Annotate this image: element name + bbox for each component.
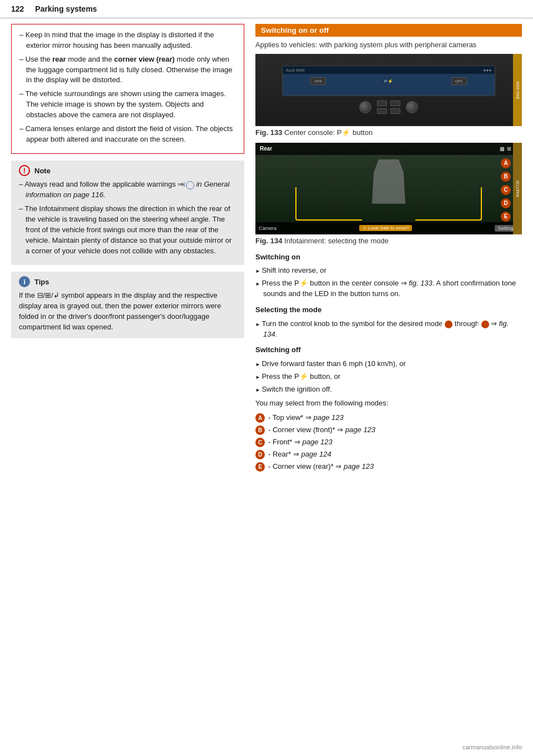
mode-ref-a: A - Top view* ⇒ page 123 bbox=[255, 413, 522, 423]
switching-on-item-2: Press the P⚡ button in the center consol… bbox=[255, 278, 522, 299]
top-buttons-row bbox=[377, 101, 400, 106]
fig133-caption: Fig. 133 Center console: P⚡ button bbox=[255, 128, 522, 138]
mode-label-a: A bbox=[501, 158, 511, 168]
fig133-container: Audi MMI ●●● OFF P⚡ OFF bbox=[255, 54, 522, 138]
mode-ref-text-e: - Corner view (rear)* ⇒ page 123 bbox=[268, 462, 374, 470]
warning-list: Keep in mind that the image in the displ… bbox=[19, 30, 236, 144]
modes-intro: You may select from the following modes: bbox=[255, 398, 522, 409]
mode-circle-c: C bbox=[255, 438, 265, 447]
rear-view-image: Rear ▦ ⊞ ▷ A B C bbox=[255, 143, 522, 234]
switching-off-heading: Switching off bbox=[255, 345, 522, 356]
mode-ref-text-c: - Front* ⇒ page 123 bbox=[268, 438, 333, 446]
mode-ref-d: D - Rear* ⇒ page 124 bbox=[255, 450, 522, 459]
selecting-mode-heading: Selecting the mode bbox=[255, 305, 522, 316]
tips-label: Tips bbox=[34, 278, 49, 286]
tips-text: If the ⊟/⊞/↲ symbol appears in the displ… bbox=[19, 291, 237, 332]
mode-label-b: B bbox=[501, 172, 511, 182]
note-box-header: ! Note bbox=[19, 165, 237, 176]
warning-icon: ⚠ bbox=[363, 226, 366, 231]
mode-circle-a: A bbox=[255, 413, 265, 423]
console-controls bbox=[359, 101, 418, 114]
switching-on-item-1: Shift into reverse, or bbox=[255, 266, 522, 276]
icon-split: ⊞ bbox=[507, 146, 511, 152]
mode-label-e: E bbox=[501, 212, 511, 222]
camera-label: Camera bbox=[259, 226, 276, 231]
switching-off-item-3: Switch the ignition off. bbox=[255, 384, 522, 395]
note-label: Note bbox=[34, 167, 51, 175]
warning-item-1: Keep in mind that the image in the displ… bbox=[19, 30, 236, 51]
func-button-3 bbox=[377, 108, 387, 114]
mode-label-d: D bbox=[501, 198, 511, 208]
guide-line-right bbox=[415, 187, 482, 221]
chapter-title: Parking systems bbox=[35, 4, 97, 13]
mode-circle-b: B bbox=[255, 425, 265, 435]
mode-label-c: C bbox=[501, 185, 511, 195]
console-image: Audi MMI ●●● OFF P⚡ OFF bbox=[255, 54, 522, 126]
note-item-1: Always read and follow the applicable wa… bbox=[19, 179, 237, 201]
switching-off-list: Drive forward faster than 6 mph (10 km/h… bbox=[255, 359, 522, 395]
right-knob bbox=[406, 101, 418, 113]
selecting-mode-item-1: Turn the control knob to the symbol for … bbox=[255, 319, 522, 340]
tips-box-header: i Tips bbox=[19, 276, 237, 287]
func-button-2 bbox=[390, 101, 400, 106]
guide-line-left bbox=[295, 187, 362, 221]
mode-ref-e: E - Corner view (rear)* ⇒ page 123 bbox=[255, 462, 522, 472]
note-list: Always read and follow the applicable wa… bbox=[19, 179, 237, 256]
fig133-caption-text: Center console: P⚡ button bbox=[284, 128, 373, 137]
section-heading: Switching on or off bbox=[255, 24, 522, 37]
left-column: Keep in mind that the image in the displ… bbox=[11, 24, 244, 474]
mode-ref-b: B - Corner view (front)* ⇒ page 123 bbox=[255, 425, 522, 435]
fig134-caption-text: Infotainment: selecting the mode bbox=[284, 237, 389, 245]
tips-box: i Tips If the ⊟/⊞/↲ symbol appears in th… bbox=[11, 272, 244, 338]
rear-view-bottom-bar: Camera ⚠ Look! Safe to move? Settings bbox=[255, 222, 522, 234]
switching-off-item-2: Press the P⚡ button, or bbox=[255, 372, 522, 382]
switching-off-item-1: Drive forward faster than 6 mph (10 km/h… bbox=[255, 359, 522, 369]
warning-item-3: The vehicle surroundings are shown using… bbox=[19, 89, 236, 121]
note-icon: ! bbox=[19, 165, 30, 176]
switching-on-list: Shift into reverse, or Press the P⚡ butt… bbox=[255, 266, 522, 299]
page-number: 122 bbox=[11, 4, 24, 13]
content-wrapper: Keep in mind that the image in the displ… bbox=[0, 24, 533, 474]
mode-circle-e: E bbox=[255, 462, 265, 472]
warning-text: Look! Safe to move? bbox=[368, 226, 409, 231]
rear-label: Rear bbox=[260, 146, 272, 152]
footer-watermark: carmanualsonline.info bbox=[462, 744, 522, 750]
right-column: Switching on or off Applies to vehicles:… bbox=[255, 24, 522, 474]
selecting-mode-list: Turn the control knob to the symbol for … bbox=[255, 319, 522, 340]
note-item-2: The Infotainment display shows the direc… bbox=[19, 204, 237, 256]
fig134-container: Rear ▦ ⊞ ▷ A B C bbox=[255, 143, 522, 247]
console-screen: Audi MMI ●●● OFF P⚡ OFF bbox=[282, 66, 495, 96]
fig134-caption: Fig. 134 Infotainment: selecting the mod… bbox=[255, 236, 522, 247]
switching-on-heading: Switching on bbox=[255, 252, 522, 263]
func-button-4 bbox=[390, 108, 400, 114]
icon-grid: ▦ bbox=[500, 146, 505, 152]
mode-circle-d: D bbox=[255, 450, 265, 459]
mode-ref-text-a: - Top view* ⇒ page 123 bbox=[268, 413, 344, 422]
left-knob bbox=[359, 101, 371, 113]
fig134-img: Rear ▦ ⊞ ▷ A B C bbox=[255, 143, 522, 234]
pdc-button-display: P⚡ bbox=[378, 76, 400, 86]
mode-ref-text-d: - Rear* ⇒ page 124 bbox=[268, 450, 331, 458]
rear-view-top-bar: Rear ▦ ⊞ ▷ bbox=[255, 143, 522, 155]
fig134-side-badge: R4A7725 bbox=[513, 143, 522, 234]
tips-icon: i bbox=[19, 276, 30, 287]
warning-item-2: Use the rear mode and the corner view (r… bbox=[19, 54, 236, 86]
fig134-label: Fig. 134 bbox=[255, 237, 282, 245]
off-button-left: OFF bbox=[310, 77, 326, 85]
car-silhouette bbox=[372, 159, 405, 204]
page-header: 122 Parking systems bbox=[0, 0, 533, 18]
fig133-label: Fig. 133 bbox=[255, 128, 282, 137]
applies-text: Applies to vehicles: with parking system… bbox=[255, 40, 522, 51]
mode-ref-text-b: - Corner view (front)* ⇒ page 123 bbox=[268, 425, 375, 434]
bottom-buttons-row bbox=[377, 108, 400, 114]
fig133-side-badge: B4G-0304 bbox=[513, 54, 522, 126]
func-button-1 bbox=[377, 101, 387, 106]
screen-bar: Audi MMI ●●● bbox=[283, 66, 495, 74]
warning-box: Keep in mind that the image in the displ… bbox=[11, 24, 244, 154]
screen-content: OFF P⚡ OFF bbox=[283, 74, 495, 88]
warning-bar: ⚠ Look! Safe to move? bbox=[359, 225, 412, 231]
page-footer: carmanualsonline.info bbox=[462, 744, 522, 750]
note-box: ! Note Always read and follow the applic… bbox=[11, 161, 244, 265]
warning-item-4: Camera lenses enlarge and distort the fi… bbox=[19, 124, 236, 145]
mode-ref-c: C - Front* ⇒ page 123 bbox=[255, 438, 522, 447]
